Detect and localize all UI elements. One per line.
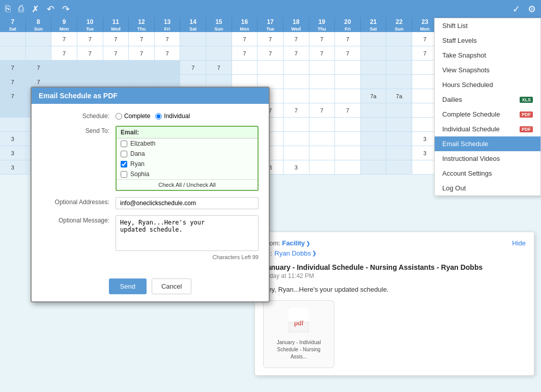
cal-cell: 7 (0, 89, 26, 103)
menu-item-dailies[interactable]: Dailies XLS (435, 92, 540, 107)
cal-cell: 3 (0, 132, 26, 146)
cal-cell: 7 (232, 32, 258, 46)
cal-cell: 7a (361, 89, 387, 103)
ryan-checkbox[interactable] (121, 161, 127, 167)
toolbar: ⎘ ⎙ ✗ ↶ ↷ ✓ ⚙ (0, 0, 541, 18)
cal-cell (335, 89, 361, 103)
menu-item-staff-levels[interactable]: Staff Levels (435, 33, 540, 48)
recipient-list: Email: Elizabeth Dana Ryan (116, 126, 259, 191)
cal-cell (361, 146, 387, 160)
cal-cell: 7 (129, 46, 155, 60)
cal-cell (309, 61, 335, 74)
recipient-sophia: Sophia (117, 169, 258, 179)
menu-item-log-out[interactable]: Log Out (435, 181, 540, 195)
cal-cell (232, 61, 258, 74)
cal-header-21: 21Sat (361, 18, 387, 32)
cal-cell (0, 118, 26, 131)
pdf-attachment[interactable]: pdf January - IndividualSchedule - Nursi… (263, 300, 334, 368)
schedule-radio-group: Complete Individual (116, 111, 259, 120)
copy-icon[interactable]: ⎘ (5, 4, 11, 14)
optional-addresses-input[interactable] (116, 197, 259, 209)
elizabeth-checkbox[interactable] (121, 141, 127, 147)
cal-cell (361, 46, 387, 60)
menu-item-instructional-videos[interactable]: Instructional Videos (435, 151, 540, 166)
delete-icon[interactable]: ✗ (32, 4, 39, 15)
cal-header-11: 11Wed (103, 18, 129, 32)
gear-icon[interactable]: ⚙ (528, 4, 536, 15)
optional-addresses-label: Optional Addresses: (42, 197, 116, 206)
complete-radio-label[interactable]: Complete (116, 113, 150, 120)
menu-item-email-schedule[interactable]: Email Schedule (435, 136, 540, 151)
menu-item-shift-list[interactable]: Shift List (435, 18, 540, 33)
hide-link[interactable]: Hide (512, 239, 526, 247)
cal-cell (309, 132, 335, 146)
cal-header-19: 19Thu (309, 18, 335, 32)
menu-item-hours-scheduled[interactable]: Hours Scheduled (435, 77, 540, 92)
optional-message-textarea[interactable]: Hey, Ryan...Here's your updated schedule… (116, 215, 259, 251)
menu-item-individual-schedule[interactable]: Individual Schedule PDF (435, 122, 540, 136)
cal-cell (51, 61, 77, 74)
individual-radio-label[interactable]: Individual (155, 113, 190, 120)
menu-item-take-snapshot[interactable]: Take Snapshot (435, 48, 540, 63)
xls-badge: XLS (520, 97, 533, 103)
send-to-control: Email: Elizabeth Dana Ryan (116, 126, 259, 191)
cal-cell (0, 32, 26, 46)
check-icon[interactable]: ✓ (512, 4, 520, 15)
cal-cell (335, 118, 361, 131)
dana-checkbox[interactable] (121, 151, 127, 157)
cal-cell: 3 (0, 146, 26, 160)
elizabeth-name: Elizabeth (130, 140, 155, 147)
sophia-checkbox[interactable] (121, 171, 127, 178)
cal-header-16: 16Mon (232, 18, 258, 32)
cal-cell (386, 118, 412, 131)
optional-message-control: Hey, Ryan...Here's your updated schedule… (116, 215, 259, 260)
optional-addresses-row: Optional Addresses: (42, 197, 259, 209)
cal-cell (361, 160, 387, 174)
schedule-label: Schedule: (42, 111, 116, 120)
cal-cell: 7 (283, 46, 309, 60)
cal-cell: 7 (77, 32, 103, 46)
cal-cell (309, 118, 335, 131)
menu-item-account-settings[interactable]: Account Settings (435, 166, 540, 181)
cal-cell: 7 (258, 46, 283, 60)
cal-header-13: 13Fri (155, 18, 181, 32)
menu-item-view-snapshots[interactable]: View Snapshots (435, 63, 540, 77)
undo-icon[interactable]: ↶ (47, 4, 54, 15)
email-header: Email: (117, 127, 258, 138)
cal-cell: 7 (155, 46, 181, 60)
cal-cell: 7 (283, 103, 309, 117)
cal-cell: 7 (206, 61, 232, 74)
cal-cell: 3 (283, 160, 309, 174)
cal-cell (335, 132, 361, 146)
cal-cell: 7 (309, 46, 335, 60)
cal-header-9: 9Mon (51, 18, 77, 32)
cal-cell: 7 (335, 32, 361, 46)
cancel-button[interactable]: Cancel (152, 278, 191, 294)
cal-cell (103, 61, 129, 74)
cal-cell: 7 (180, 61, 206, 74)
cal-cell: 7 (309, 103, 335, 117)
cal-cell (309, 160, 335, 174)
cal-cell (361, 32, 387, 46)
cal-cell (283, 89, 309, 103)
cal-cell (283, 132, 309, 146)
complete-radio[interactable] (116, 113, 122, 120)
cal-cell: 7 (103, 32, 129, 46)
paste-icon[interactable]: ⎙ (18, 4, 24, 14)
svg-text:pdf: pdf (294, 320, 304, 327)
check-all-link[interactable]: Check All / Uncheck All (117, 179, 258, 190)
cal-header-10: 10Tue (77, 18, 103, 32)
cal-cell (26, 32, 52, 46)
cal-cell (386, 61, 412, 74)
individual-radio[interactable] (155, 113, 162, 120)
cal-cell (361, 118, 387, 131)
cal-header-20: 20Fri (335, 18, 361, 32)
send-button[interactable]: Send (109, 278, 147, 294)
cal-cell: 7 (129, 32, 155, 46)
menu-item-complete-schedule[interactable]: Complete Schedule PDF (435, 107, 540, 122)
from-chevron-icon: ❯ (306, 240, 310, 246)
cal-cell (206, 32, 232, 46)
redo-icon[interactable]: ↷ (62, 4, 70, 15)
cal-header-15: 15Sun (206, 18, 232, 32)
send-to-row: Send To: Email: Elizabeth Dana Ryan (42, 126, 259, 191)
